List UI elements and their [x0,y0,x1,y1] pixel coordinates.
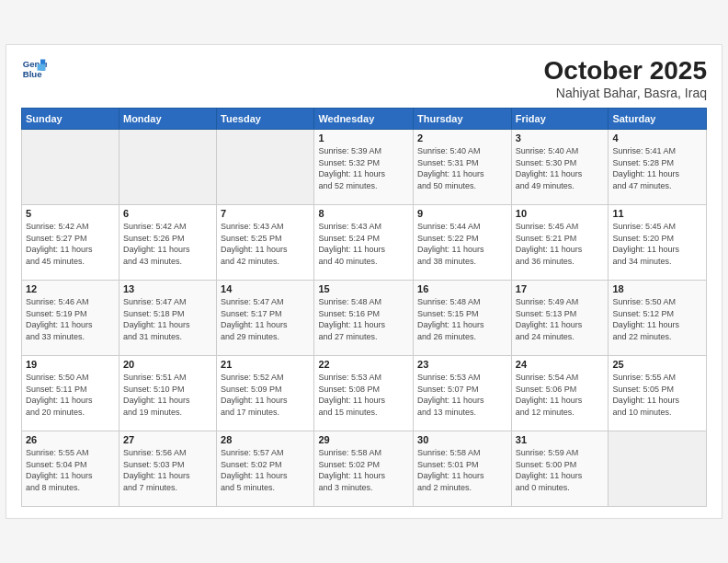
day-info: Sunrise: 5:55 AM Sunset: 5:04 PM Dayligh… [26,447,115,493]
day-info: Sunrise: 5:59 AM Sunset: 5:00 PM Dayligh… [516,447,605,493]
calendar-cell [609,431,707,507]
calendar-cell: 18Sunrise: 5:50 AM Sunset: 5:12 PM Dayli… [609,281,707,356]
day-number: 15 [318,283,409,294]
day-info: Sunrise: 5:45 AM Sunset: 5:20 PM Dayligh… [612,221,702,267]
day-number: 22 [318,359,409,370]
day-number: 18 [612,283,702,294]
calendar-cell [22,130,119,205]
day-info: Sunrise: 5:44 AM Sunset: 5:22 PM Dayligh… [417,221,507,267]
day-info: Sunrise: 5:51 AM Sunset: 5:10 PM Dayligh… [123,372,212,418]
day-number: 13 [123,283,212,294]
calendar-cell: 24Sunrise: 5:54 AM Sunset: 5:06 PM Dayli… [511,356,609,431]
day-header-tuesday: Tuesday [217,109,314,130]
day-info: Sunrise: 5:49 AM Sunset: 5:13 PM Dayligh… [516,296,605,342]
day-number: 30 [417,434,507,445]
day-info: Sunrise: 5:55 AM Sunset: 5:05 PM Dayligh… [612,372,702,418]
calendar-cell: 31Sunrise: 5:59 AM Sunset: 5:00 PM Dayli… [511,431,609,507]
calendar-cell: 15Sunrise: 5:48 AM Sunset: 5:16 PM Dayli… [314,281,414,356]
day-info: Sunrise: 5:42 AM Sunset: 5:26 PM Dayligh… [123,221,212,267]
day-info: Sunrise: 5:43 AM Sunset: 5:25 PM Dayligh… [221,221,310,267]
day-info: Sunrise: 5:39 AM Sunset: 5:32 PM Dayligh… [318,145,409,191]
calendar-cell: 2Sunrise: 5:40 AM Sunset: 5:31 PM Daylig… [414,130,512,205]
month-year: October 2025 [544,56,707,86]
day-info: Sunrise: 5:46 AM Sunset: 5:19 PM Dayligh… [26,296,115,342]
day-number: 19 [26,359,115,370]
logo-area: General Blue [21,56,47,82]
calendar-cell: 16Sunrise: 5:48 AM Sunset: 5:15 PM Dayli… [414,281,512,356]
day-number: 7 [221,208,310,219]
day-info: Sunrise: 5:41 AM Sunset: 5:28 PM Dayligh… [612,145,702,191]
calendar-cell [119,130,216,205]
calendar-cell: 23Sunrise: 5:53 AM Sunset: 5:07 PM Dayli… [414,356,512,431]
day-number: 28 [221,434,310,445]
calendar-cell: 4Sunrise: 5:41 AM Sunset: 5:28 PM Daylig… [609,130,707,205]
calendar-cell: 9Sunrise: 5:44 AM Sunset: 5:22 PM Daylig… [414,205,512,281]
calendar-cell: 5Sunrise: 5:42 AM Sunset: 5:27 PM Daylig… [22,205,119,281]
day-info: Sunrise: 5:40 AM Sunset: 5:31 PM Dayligh… [417,145,507,191]
calendar-cell: 12Sunrise: 5:46 AM Sunset: 5:19 PM Dayli… [22,281,119,356]
calendar-cell: 27Sunrise: 5:56 AM Sunset: 5:03 PM Dayli… [119,431,216,507]
day-header-saturday: Saturday [609,109,707,130]
calendar-cell: 20Sunrise: 5:51 AM Sunset: 5:10 PM Dayli… [119,356,216,431]
calendar-cell: 7Sunrise: 5:43 AM Sunset: 5:25 PM Daylig… [217,205,314,281]
calendar-cell: 28Sunrise: 5:57 AM Sunset: 5:02 PM Dayli… [217,431,314,507]
day-number: 25 [612,359,702,370]
day-number: 12 [26,283,115,294]
day-info: Sunrise: 5:53 AM Sunset: 5:08 PM Dayligh… [318,372,409,418]
week-row-4: 26Sunrise: 5:55 AM Sunset: 5:04 PM Dayli… [22,431,707,507]
calendar-cell: 22Sunrise: 5:53 AM Sunset: 5:08 PM Dayli… [314,356,414,431]
calendar-cell: 30Sunrise: 5:58 AM Sunset: 5:01 PM Dayli… [414,431,512,507]
day-number: 21 [221,359,310,370]
calendar-cell: 10Sunrise: 5:45 AM Sunset: 5:21 PM Dayli… [511,205,609,281]
calendar-cell: 17Sunrise: 5:49 AM Sunset: 5:13 PM Dayli… [511,281,609,356]
day-number: 5 [26,208,115,219]
day-number: 14 [221,283,310,294]
day-number: 23 [417,359,507,370]
calendar-cell: 6Sunrise: 5:42 AM Sunset: 5:26 PM Daylig… [119,205,216,281]
day-number: 16 [417,283,507,294]
calendar-cell: 11Sunrise: 5:45 AM Sunset: 5:20 PM Dayli… [609,205,707,281]
calendar-cell: 29Sunrise: 5:58 AM Sunset: 5:02 PM Dayli… [314,431,414,507]
calendar-cell: 1Sunrise: 5:39 AM Sunset: 5:32 PM Daylig… [314,130,414,205]
location: Nahiyat Bahar, Basra, Iraq [544,86,707,100]
day-number: 4 [612,132,702,144]
day-number: 11 [612,208,702,219]
day-header-friday: Friday [511,109,609,130]
day-info: Sunrise: 5:56 AM Sunset: 5:03 PM Dayligh… [123,447,212,493]
day-header-thursday: Thursday [414,109,512,130]
logo-icon: General Blue [21,56,47,82]
week-row-0: 1Sunrise: 5:39 AM Sunset: 5:32 PM Daylig… [22,130,707,205]
day-number: 27 [123,434,212,445]
calendar-cell: 14Sunrise: 5:47 AM Sunset: 5:17 PM Dayli… [217,281,314,356]
calendar-cell: 19Sunrise: 5:50 AM Sunset: 5:11 PM Dayli… [22,356,119,431]
day-number: 9 [417,208,507,219]
day-number: 29 [318,434,409,445]
day-info: Sunrise: 5:45 AM Sunset: 5:21 PM Dayligh… [516,221,605,267]
day-number: 24 [516,359,605,370]
day-info: Sunrise: 5:54 AM Sunset: 5:06 PM Dayligh… [516,372,605,418]
day-info: Sunrise: 5:58 AM Sunset: 5:01 PM Dayligh… [417,447,507,493]
calendar-cell [217,130,314,205]
calendar-cell: 25Sunrise: 5:55 AM Sunset: 5:05 PM Dayli… [609,356,707,431]
day-info: Sunrise: 5:47 AM Sunset: 5:17 PM Dayligh… [221,296,310,342]
header-area: General Blue October 2025 Nahiyat Bahar,… [21,56,707,100]
day-info: Sunrise: 5:42 AM Sunset: 5:27 PM Dayligh… [26,221,115,267]
calendar-cell: 3Sunrise: 5:40 AM Sunset: 5:30 PM Daylig… [511,130,609,205]
week-row-3: 19Sunrise: 5:50 AM Sunset: 5:11 PM Dayli… [22,356,707,431]
day-header-sunday: Sunday [22,109,119,130]
day-number: 8 [318,208,409,219]
calendar-container: General Blue October 2025 Nahiyat Bahar,… [6,44,722,519]
day-info: Sunrise: 5:40 AM Sunset: 5:30 PM Dayligh… [516,145,605,191]
day-info: Sunrise: 5:48 AM Sunset: 5:16 PM Dayligh… [318,296,409,342]
calendar-cell: 26Sunrise: 5:55 AM Sunset: 5:04 PM Dayli… [22,431,119,507]
title-area: October 2025 Nahiyat Bahar, Basra, Iraq [544,56,707,100]
day-info: Sunrise: 5:57 AM Sunset: 5:02 PM Dayligh… [221,447,310,493]
day-info: Sunrise: 5:50 AM Sunset: 5:11 PM Dayligh… [26,372,115,418]
calendar-grid: SundayMondayTuesdayWednesdayThursdayFrid… [21,108,707,507]
day-number: 20 [123,359,212,370]
day-info: Sunrise: 5:52 AM Sunset: 5:09 PM Dayligh… [221,372,310,418]
day-number: 31 [516,434,605,445]
day-number: 26 [26,434,115,445]
day-number: 17 [516,283,605,294]
day-number: 2 [417,132,507,144]
